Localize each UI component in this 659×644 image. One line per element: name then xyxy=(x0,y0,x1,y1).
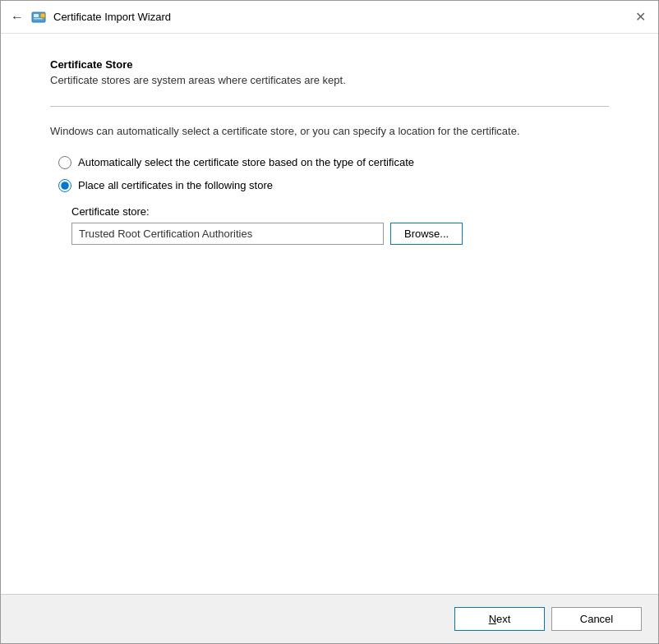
content-area: Certificate Store Certificate stores are… xyxy=(1,34,658,594)
wizard-icon xyxy=(30,9,47,25)
divider xyxy=(50,106,609,107)
section-desc: Certificate stores are system areas wher… xyxy=(50,74,609,86)
title-bar: ← Certificate Import Wizard ✕ xyxy=(1,1,658,34)
cancel-button[interactable]: Cancel xyxy=(551,607,642,631)
next-button[interactable]: Next xyxy=(454,607,545,631)
radio-group: Automatically select the certificate sto… xyxy=(58,156,609,192)
wizard-window: ← Certificate Import Wizard ✕ Certificat… xyxy=(0,0,659,644)
radio-manual-label[interactable]: Place all certificates in the following … xyxy=(58,179,609,192)
close-button[interactable]: ✕ xyxy=(632,9,648,25)
radio-manual[interactable] xyxy=(58,179,71,192)
svg-rect-1 xyxy=(34,14,39,17)
back-button[interactable]: ← xyxy=(11,10,24,25)
next-label: Next xyxy=(489,613,511,625)
store-section: Certificate store: Browse... xyxy=(71,205,609,245)
instruction-text: Windows can automatically select a certi… xyxy=(50,123,609,140)
store-label: Certificate store: xyxy=(71,205,609,218)
store-input[interactable] xyxy=(71,223,384,245)
title-bar-left: ← Certificate Import Wizard xyxy=(11,9,171,25)
radio-auto-text: Automatically select the certificate sto… xyxy=(78,156,414,168)
store-input-row: Browse... xyxy=(71,223,609,245)
section-title: Certificate Store xyxy=(50,58,609,71)
radio-auto[interactable] xyxy=(58,156,71,169)
radio-auto-label[interactable]: Automatically select the certificate sto… xyxy=(58,156,609,169)
section-header: Certificate Store Certificate stores are… xyxy=(50,58,609,86)
window-title: Certificate Import Wizard xyxy=(53,11,171,23)
browse-button[interactable]: Browse... xyxy=(390,223,463,245)
svg-rect-4 xyxy=(42,16,43,19)
radio-manual-text: Place all certificates in the following … xyxy=(78,179,273,191)
footer: Next Cancel xyxy=(1,594,658,643)
